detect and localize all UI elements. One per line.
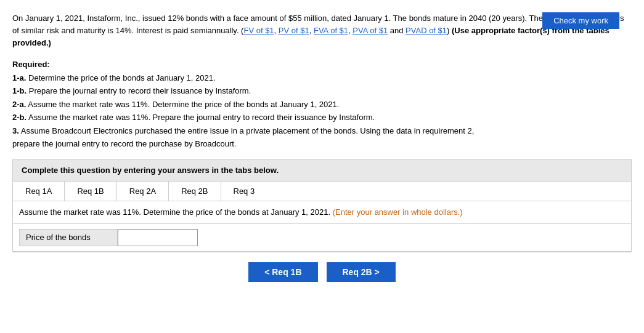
pvad-link[interactable]: PVAD of $1 xyxy=(406,26,447,35)
required-section: Required: 1-a. Determine the price of th… xyxy=(12,58,632,150)
req-2a: 2-a. Assume the market rate was 11%. Det… xyxy=(12,98,632,111)
req-3: 3. Assume Broadcourt Electronics purchas… xyxy=(12,124,632,151)
instruction-text: Assume the market rate was 11%. Determin… xyxy=(19,207,333,217)
tab-req1a[interactable]: Req 1A xyxy=(13,182,65,201)
complete-banner: Complete this question by entering your … xyxy=(12,159,632,182)
problem-text: On January 1, 2021, Instaform, Inc., iss… xyxy=(12,12,632,49)
price-of-bonds-input[interactable] xyxy=(118,229,198,246)
fva-link[interactable]: FVA of $1 xyxy=(314,26,348,35)
input-row: Price of the bonds xyxy=(13,224,631,252)
tab-req2a[interactable]: Req 2A xyxy=(117,182,169,201)
nav-buttons: < Req 1B Req 2B > xyxy=(12,252,632,288)
prev-button[interactable]: < Req 1B xyxy=(248,262,317,282)
required-title: Required: xyxy=(12,58,632,71)
tabs-container: Req 1A Req 1B Req 2A Req 2B Req 3 Assume… xyxy=(12,182,632,252)
req-1a: 1-a. Determine the price of the bonds at… xyxy=(12,71,632,84)
check-my-work-button[interactable]: Check my work xyxy=(542,12,619,29)
pv-link[interactable]: PV of $1 xyxy=(279,26,309,35)
tab-req2b[interactable]: Req 2B xyxy=(169,182,221,201)
fv-link[interactable]: FV of $1 xyxy=(243,26,274,35)
tabs-row: Req 1A Req 1B Req 2A Req 2B Req 3 xyxy=(13,182,631,201)
instruction-orange: (Enter your answer in whole dollars.) xyxy=(333,207,463,217)
req-2b: 2-b. Assume the market rate was 11%. Pre… xyxy=(12,111,632,124)
tab-req1b[interactable]: Req 1B xyxy=(65,182,116,201)
price-of-bonds-label: Price of the bonds xyxy=(19,229,118,246)
instruction-row: Assume the market rate was 11%. Determin… xyxy=(13,201,631,224)
tab-req3[interactable]: Req 3 xyxy=(221,182,267,201)
pva-link[interactable]: PVA of $1 xyxy=(353,26,388,35)
bold-note: (Use appropriate factor(s) from the tabl… xyxy=(12,26,609,47)
next-button[interactable]: Req 2B > xyxy=(327,262,396,282)
req-1b: 1-b. Prepare the journal entry to record… xyxy=(12,84,632,97)
